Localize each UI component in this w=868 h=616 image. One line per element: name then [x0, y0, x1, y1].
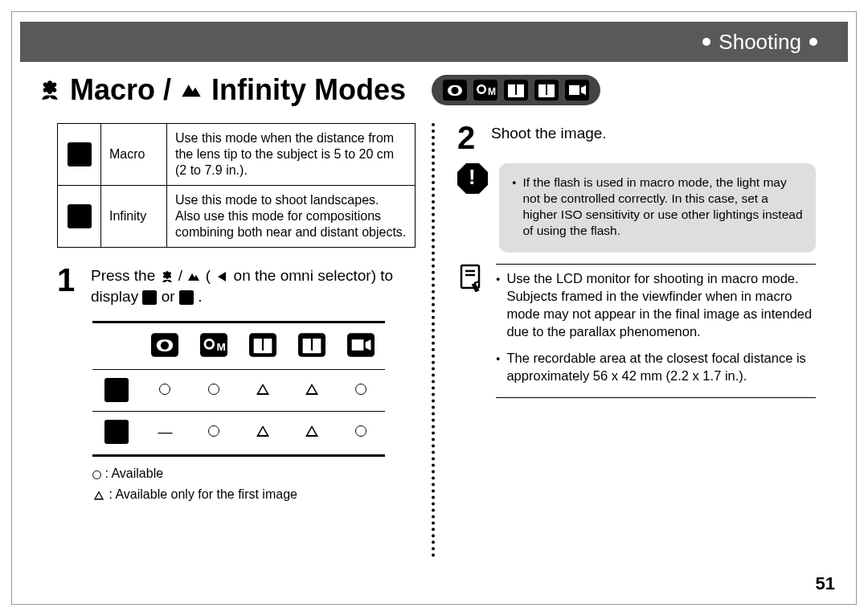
infinity-mountain-icon	[104, 420, 129, 444]
section-title: Shooting	[719, 30, 801, 55]
macro-flower-icon	[104, 378, 129, 402]
info-list: Use the LCD monitor for shooting in macr…	[496, 264, 816, 399]
mode-stitch1-icon	[249, 333, 276, 357]
mode-indicator-pill	[432, 75, 600, 105]
content-columns: Macro Use this mode when the distance fr…	[57, 123, 829, 557]
mode-name: Macro	[101, 124, 167, 186]
available-icon	[208, 425, 219, 437]
macro-flower-icon	[142, 290, 157, 305]
infinity-mountain-icon	[68, 204, 92, 228]
step-2: 2 Shoot the image.	[457, 123, 816, 150]
mode-movie-icon	[347, 333, 375, 357]
column-divider	[428, 123, 438, 557]
mode-stitch2-icon	[298, 333, 326, 357]
macro-flower-icon	[68, 142, 92, 166]
table-row: Infinity Use this mode to shoot landscap…	[58, 186, 416, 248]
mode-camera-icon	[151, 333, 178, 357]
matrix-row-macro	[92, 370, 385, 412]
matrix-header	[92, 325, 385, 370]
macro-flower-icon	[160, 269, 174, 284]
list-item: The recordable area at the closest focal…	[496, 349, 814, 385]
memo-icon	[457, 264, 485, 298]
bullet-icon	[512, 175, 516, 240]
infinity-mountain-icon	[186, 269, 201, 284]
mode-name: Infinity	[101, 186, 167, 248]
infinity-mountain-icon	[179, 290, 194, 305]
step-1: 1 Press the / ( on the omni selector) to…	[57, 265, 416, 306]
first-image-only-icon	[305, 425, 318, 437]
matrix-row-infinity: —	[92, 412, 385, 454]
not-available: —	[141, 412, 190, 454]
list-item: Use the LCD monitor for shooting in macr…	[496, 269, 814, 341]
step-text: Press the / ( on the omni selector) to d…	[91, 265, 416, 306]
mode-definition-table: Macro Use this mode when the distance fr…	[57, 123, 416, 248]
step-number: 1	[57, 267, 80, 306]
infinity-mountain-icon	[179, 78, 203, 102]
bullet-icon	[496, 349, 500, 385]
mode-movie-icon	[565, 80, 589, 101]
mode-manual-icon	[200, 333, 227, 357]
bullet-icon	[496, 269, 500, 341]
bullet-icon	[809, 38, 817, 46]
warning-box: If the flash is used in macro mode, the …	[499, 163, 816, 253]
info-note: Use the LCD monitor for shooting in macr…	[457, 264, 816, 399]
first-image-only-icon	[256, 425, 269, 437]
available-icon	[92, 470, 101, 479]
available-icon	[355, 384, 366, 395]
warning-icon	[457, 163, 488, 194]
macro-flower-icon	[38, 78, 62, 102]
mode-stitch2-icon	[534, 80, 559, 101]
availability-matrix: —	[92, 321, 385, 457]
table-row: Macro Use this mode when the distance fr…	[58, 124, 416, 186]
manual-page: Shooting Macro / Infinity Modes Macro Us…	[11, 11, 857, 605]
step-text: Shoot the image.	[491, 123, 607, 150]
page-number: 51	[816, 573, 835, 594]
mode-stitch1-icon	[504, 80, 528, 101]
mode-description: Use this mode to shoot landscapes. Also …	[167, 186, 416, 248]
mode-manual-icon	[473, 80, 497, 101]
warning-note: If the flash is used in macro mode, the …	[457, 163, 816, 253]
available-icon	[159, 384, 170, 395]
left-arrow-icon	[215, 269, 229, 284]
matrix-legend: : Available : Available only for the fir…	[92, 463, 416, 504]
section-header: Shooting	[20, 22, 848, 62]
bullet-icon	[702, 38, 710, 46]
first-image-only-icon	[94, 491, 104, 499]
available-icon	[355, 425, 366, 437]
page-title: Macro / Infinity Modes	[38, 73, 600, 107]
available-icon	[208, 384, 219, 395]
mode-description: Use this mode when the distance from the…	[167, 124, 416, 186]
left-column: Macro Use this mode when the distance fr…	[57, 123, 428, 557]
first-image-only-icon	[256, 384, 269, 395]
first-image-only-icon	[305, 384, 318, 395]
right-column: 2 Shoot the image. If the flash is used …	[438, 123, 829, 557]
mode-camera-icon	[443, 80, 467, 101]
step-number: 2	[457, 125, 480, 150]
